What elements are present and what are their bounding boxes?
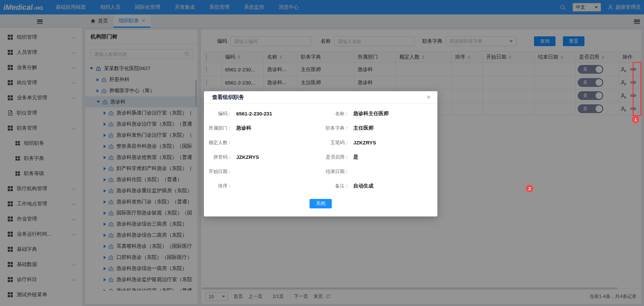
field-label-enabled: 是否启用： bbox=[321, 154, 349, 160]
field-label-quota: 额定人数： bbox=[204, 140, 232, 146]
field-value-wubi: JZKZRYS bbox=[349, 140, 429, 145]
annotation-box-1 bbox=[633, 62, 641, 116]
close-icon[interactable]: ✕ bbox=[426, 94, 431, 100]
close-button[interactable]: 关闭 bbox=[310, 199, 332, 208]
field-value-pinyin: JZKZRYS bbox=[232, 154, 321, 160]
field-label-dept: 所属部门： bbox=[204, 125, 232, 131]
modal-footer: 关闭 bbox=[204, 199, 437, 208]
field-label-dict: 职务字典： bbox=[321, 125, 349, 131]
annotation-badge-1: 1 bbox=[632, 116, 639, 123]
field-label-end: 结束日期： bbox=[321, 169, 349, 175]
modal-fields: 编码： 6561-2-230-231 名称： 急诊科主任医师 所属部门： 急诊科… bbox=[204, 106, 437, 193]
field-value-remark: 自动生成 bbox=[349, 183, 429, 189]
field-value-dict: 主任医师 bbox=[349, 125, 429, 131]
field-value-code: 6561-2-230-231 bbox=[232, 111, 321, 116]
field-label-remark: 备注： bbox=[321, 183, 349, 189]
field-label-name: 名称： bbox=[321, 111, 349, 117]
field-label-start: 开始日期： bbox=[204, 169, 232, 175]
screen: iMedical ® HO 基础应用框架 组织人员 国际化管理 开发集成 系统管… bbox=[0, 0, 644, 306]
field-value-name: 急诊科主任医师 bbox=[349, 110, 429, 117]
field-label-code: 编码： bbox=[204, 111, 232, 117]
field-label-sort: 排序： bbox=[204, 183, 232, 189]
field-value-enabled: 是 bbox=[349, 154, 429, 160]
view-duty-modal: 查看组织职务 ✕ 编码： 6561-2-230-231 名称： 急诊科主任医师 … bbox=[204, 91, 437, 216]
annotation-badge-2: 2 bbox=[526, 185, 533, 192]
field-value-dept: 急诊科 bbox=[232, 125, 321, 131]
modal-header: 查看组织职务 ✕ bbox=[204, 91, 437, 104]
modal-title: 查看组织职务 bbox=[212, 94, 244, 101]
field-label-wubi: 五笔码： bbox=[321, 140, 349, 146]
field-label-pinyin: 拼音码： bbox=[204, 154, 232, 160]
